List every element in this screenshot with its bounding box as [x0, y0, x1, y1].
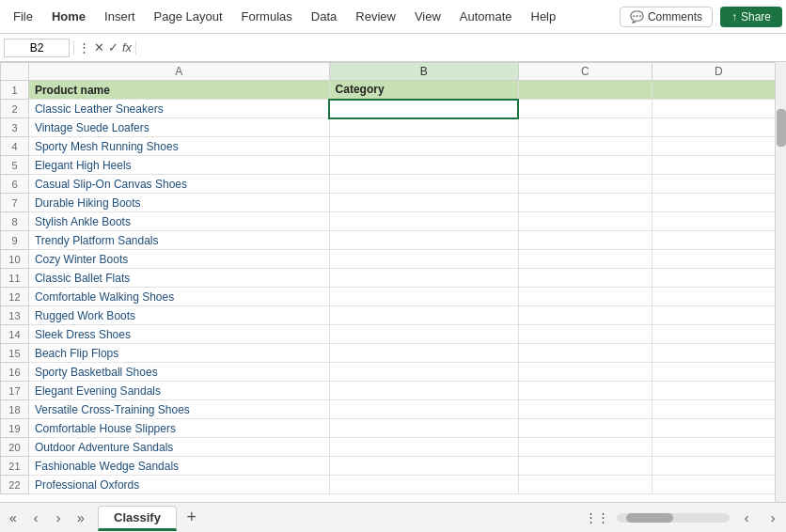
- cell-b11[interactable]: [329, 269, 518, 288]
- cell-c2[interactable]: [518, 100, 652, 118]
- cell-b6[interactable]: [329, 175, 518, 194]
- vertical-scroll-thumb[interactable]: [777, 109, 786, 147]
- cell-b14[interactable]: [329, 325, 518, 344]
- menu-formulas[interactable]: Formulas: [232, 6, 302, 27]
- cell-a6[interactable]: Casual Slip-On Canvas Shoes: [28, 175, 329, 194]
- cell-d18[interactable]: [652, 400, 785, 419]
- cell-a15[interactable]: Beach Flip Flops: [28, 344, 329, 363]
- cell-b7[interactable]: [329, 194, 518, 212]
- cell-d22[interactable]: [652, 476, 785, 494]
- cell-d12[interactable]: [652, 288, 785, 306]
- cell-b15[interactable]: [329, 344, 518, 363]
- cell-b21[interactable]: [329, 457, 518, 476]
- cell-b18[interactable]: [329, 400, 518, 419]
- col-header-a[interactable]: A: [28, 63, 329, 81]
- sheet-options-icon[interactable]: ⋮⋮: [585, 510, 609, 524]
- share-button[interactable]: ↑ Share: [720, 7, 782, 27]
- cell-c20[interactable]: [518, 438, 652, 457]
- cell-c14[interactable]: [518, 325, 652, 344]
- more-options-icon[interactable]: ⋮: [78, 40, 90, 55]
- cell-a4[interactable]: Sporty Mesh Running Shoes: [28, 137, 329, 156]
- confirm-icon[interactable]: ✓: [108, 40, 118, 55]
- cell-d21[interactable]: [652, 457, 785, 476]
- cell-c11[interactable]: [518, 269, 652, 288]
- cell-b19[interactable]: [329, 419, 518, 438]
- menu-home[interactable]: Home: [42, 6, 95, 27]
- header-product-name[interactable]: Product name: [28, 81, 329, 100]
- cell-d14[interactable]: [652, 325, 785, 344]
- cell-b8[interactable]: [329, 212, 518, 231]
- cell-c15[interactable]: [518, 344, 652, 363]
- cell-d11[interactable]: [652, 269, 785, 288]
- cell-b12[interactable]: [329, 288, 518, 306]
- cell-d8[interactable]: [652, 212, 785, 231]
- cell-a10[interactable]: Cozy Winter Boots: [28, 250, 329, 269]
- cell-a8[interactable]: Stylish Ankle Boots: [28, 212, 329, 231]
- cell-c4[interactable]: [518, 137, 652, 156]
- cell-c16[interactable]: [518, 363, 652, 382]
- menu-pagelayout[interactable]: Page Layout: [145, 6, 232, 27]
- cell-a21[interactable]: Fashionable Wedge Sandals: [28, 457, 329, 476]
- cell-c6[interactable]: [518, 175, 652, 194]
- cell-c18[interactable]: [518, 400, 652, 419]
- cell-b17[interactable]: [329, 382, 518, 400]
- menu-help[interactable]: Help: [522, 6, 566, 27]
- cell-c21[interactable]: [518, 457, 652, 476]
- cell-a16[interactable]: Sporty Basketball Shoes: [28, 363, 329, 382]
- cell-b3[interactable]: [329, 118, 518, 137]
- cell-a20[interactable]: Outdoor Adventure Sandals: [28, 438, 329, 457]
- comments-button[interactable]: 💬 Comments: [620, 7, 713, 27]
- menu-data[interactable]: Data: [302, 6, 346, 27]
- name-box[interactable]: [4, 39, 70, 57]
- cell-a17[interactable]: Elegant Evening Sandals: [28, 382, 329, 400]
- cell-b16[interactable]: [329, 363, 518, 382]
- header-col-d[interactable]: [652, 81, 785, 100]
- scrollbar-track[interactable]: [617, 513, 730, 523]
- cell-a7[interactable]: Durable Hiking Boots: [28, 194, 329, 212]
- header-category[interactable]: Category: [329, 81, 518, 100]
- vertical-scrollbar[interactable]: [775, 62, 786, 502]
- cell-c5[interactable]: [518, 156, 652, 175]
- cell-b10[interactable]: [329, 250, 518, 269]
- menu-view[interactable]: View: [405, 6, 450, 27]
- cell-c3[interactable]: [518, 118, 652, 137]
- cell-c17[interactable]: [518, 382, 652, 400]
- cell-d6[interactable]: [652, 175, 785, 194]
- cell-d13[interactable]: [652, 306, 785, 325]
- tab-prev-button[interactable]: ‹: [26, 509, 45, 527]
- cell-d7[interactable]: [652, 194, 785, 212]
- cell-a11[interactable]: Classic Ballet Flats: [28, 269, 329, 288]
- cell-d2[interactable]: [652, 100, 785, 118]
- cell-b22[interactable]: [329, 476, 518, 494]
- cell-c19[interactable]: [518, 419, 652, 438]
- cell-b13[interactable]: [329, 306, 518, 325]
- scroll-right-button[interactable]: ›: [763, 509, 782, 527]
- cell-d20[interactable]: [652, 438, 785, 457]
- cell-a12[interactable]: Comfortable Walking Shoes: [28, 288, 329, 306]
- cell-d10[interactable]: [652, 250, 785, 269]
- cell-d16[interactable]: [652, 363, 785, 382]
- header-col-c[interactable]: [518, 81, 652, 100]
- cell-c10[interactable]: [518, 250, 652, 269]
- menu-review[interactable]: Review: [346, 6, 405, 27]
- col-header-b[interactable]: B: [329, 63, 518, 81]
- cell-a3[interactable]: Vintage Suede Loafers: [28, 118, 329, 137]
- tab-first-button[interactable]: «: [4, 509, 23, 527]
- cell-d17[interactable]: [652, 382, 785, 400]
- cell-c7[interactable]: [518, 194, 652, 212]
- cell-c13[interactable]: [518, 306, 652, 325]
- cell-d3[interactable]: [652, 118, 785, 137]
- formula-input[interactable]: [140, 39, 782, 56]
- horizontal-scrollbar[interactable]: [617, 513, 730, 523]
- cell-b20[interactable]: [329, 438, 518, 457]
- col-header-c[interactable]: C: [518, 63, 652, 81]
- cell-d5[interactable]: [652, 156, 785, 175]
- add-sheet-button[interactable]: +: [181, 507, 203, 529]
- cell-b4[interactable]: [329, 137, 518, 156]
- cell-c22[interactable]: [518, 476, 652, 494]
- cell-d4[interactable]: [652, 137, 785, 156]
- cancel-icon[interactable]: ✕: [94, 40, 104, 55]
- cell-a18[interactable]: Versatile Cross-Training Shoes: [28, 400, 329, 419]
- cell-c9[interactable]: [518, 231, 652, 250]
- tab-next-button[interactable]: ›: [49, 509, 68, 527]
